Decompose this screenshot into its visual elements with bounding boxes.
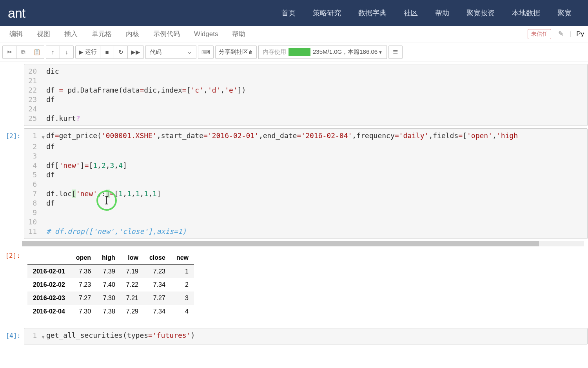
code-line[interactable]: df — [46, 170, 587, 180]
code-line[interactable]: dic — [46, 67, 587, 76]
code-cell[interactable]: [2]: 1▼df=get_price('000001.XSHE',start_… — [0, 128, 588, 239]
menu-cell[interactable]: 单元格 — [85, 27, 119, 41]
menu-example[interactable]: 示例代码 — [146, 27, 187, 41]
code-line[interactable]: df = pd.DataFrame(data=dic,index=['c','d… — [46, 86, 587, 95]
text-cursor-icon — [106, 196, 107, 204]
line-number: 2 — [24, 142, 40, 151]
fold-gutter[interactable] — [40, 208, 46, 217]
line-number: 7 — [24, 189, 40, 199]
list-button[interactable]: ☰ — [388, 46, 403, 59]
arrow-up-icon: ↑ — [51, 49, 54, 55]
table-cell: 7.27 — [71, 291, 96, 305]
code-line[interactable]: df.loc['new',:]=[1,1,1,1,1] — [46, 189, 587, 199]
run-all-button[interactable]: ▶▶ — [127, 46, 144, 59]
line-number: 3 — [24, 151, 40, 161]
table-header: open — [71, 251, 96, 265]
fold-gutter[interactable] — [40, 67, 46, 76]
table-header: close — [144, 251, 171, 265]
memory-bar — [289, 48, 310, 56]
nav-community[interactable]: 社区 — [395, 8, 426, 18]
table-header: high — [96, 251, 121, 265]
scrollbar-thumb[interactable] — [22, 241, 539, 246]
fold-gutter[interactable]: ▼ — [40, 131, 46, 142]
fold-gutter[interactable] — [40, 151, 46, 161]
cell-type-select[interactable]: 代码 — [145, 46, 196, 59]
trust-badge[interactable]: 未信任 — [528, 29, 551, 39]
fold-gutter[interactable] — [40, 199, 46, 208]
fold-gutter[interactable] — [40, 180, 46, 189]
menu-insert[interactable]: 插入 — [57, 27, 85, 41]
code-line[interactable] — [46, 208, 587, 217]
code-line[interactable]: df — [46, 95, 587, 104]
menu-edit[interactable]: 编辑 — [2, 27, 30, 41]
table-cell: 2016-02-02 — [27, 278, 71, 291]
code-line[interactable]: df.kurt? — [46, 114, 587, 123]
fold-gutter[interactable] — [40, 170, 46, 180]
code-line[interactable] — [46, 180, 587, 189]
cell-prompt: [4]: — [0, 328, 24, 344]
fold-gutter[interactable] — [40, 114, 46, 123]
cell-prompt: [2]: — [0, 128, 24, 239]
nav-localdata[interactable]: 本地数据 — [503, 8, 549, 18]
fold-gutter[interactable] — [40, 217, 46, 227]
table-cell: 7.29 — [121, 305, 144, 318]
fold-gutter[interactable] — [40, 76, 46, 86]
code-line[interactable] — [46, 217, 587, 227]
table-header — [27, 251, 71, 265]
menu-view[interactable]: 视图 — [30, 27, 57, 41]
nav-home[interactable]: 首页 — [273, 8, 304, 18]
fold-gutter[interactable]: ▼ — [40, 331, 46, 342]
code-input[interactable]: 1▼get_all_securities(types='futures') — [24, 328, 588, 344]
paste-button[interactable]: 📋 — [30, 46, 44, 59]
code-line[interactable]: # df.drop(['new','close'],axis=1) — [46, 227, 587, 236]
nav-invest[interactable]: 聚宽投资 — [458, 8, 503, 18]
kernel-name[interactable]: Py — [575, 30, 586, 38]
code-cell[interactable]: 20dic2122df = pd.DataFrame(data=dic,inde… — [0, 64, 588, 126]
nav-help[interactable]: 帮助 — [426, 8, 458, 18]
fold-gutter[interactable] — [40, 104, 46, 114]
move-up-button[interactable]: ↑ — [46, 46, 60, 59]
stop-button[interactable]: ■ — [100, 46, 114, 59]
menu-kernel[interactable]: 内核 — [119, 27, 146, 41]
move-down-button[interactable]: ↓ — [60, 46, 74, 59]
line-number: 24 — [24, 104, 40, 114]
code-line[interactable]: df — [46, 142, 587, 151]
code-line[interactable] — [46, 151, 587, 161]
fold-gutter[interactable] — [40, 142, 46, 151]
cut-button[interactable]: ✂ — [2, 46, 16, 59]
code-cell[interactable]: [4]: 1▼get_all_securities(types='futures… — [0, 328, 588, 345]
keyboard-button[interactable]: ⌨ — [198, 46, 214, 59]
pencil-icon[interactable]: ✎ — [555, 28, 567, 40]
nav-strategy[interactable]: 策略研究 — [304, 8, 350, 18]
table-row: 2016-02-047.307.387.297.344 — [27, 305, 194, 318]
copy-button[interactable]: ⧉ — [16, 46, 30, 59]
share-icon: ⋔ — [248, 49, 253, 56]
nav-jk[interactable]: 聚宽 — [549, 8, 580, 18]
nav-dictionary[interactable]: 数据字典 — [350, 8, 395, 18]
fold-gutter[interactable] — [40, 227, 46, 236]
code-input[interactable]: 20dic2122df = pd.DataFrame(data=dic,inde… — [24, 64, 588, 126]
cell-prompt — [0, 64, 24, 126]
restart-button[interactable]: ↻ — [114, 46, 128, 59]
code-input[interactable]: 1▼df=get_price('000001.XSHE',start_date=… — [24, 128, 588, 239]
menu-help[interactable]: 帮助 — [225, 27, 252, 41]
code-line[interactable] — [46, 76, 587, 86]
code-line[interactable]: df — [46, 199, 587, 208]
share-button[interactable]: 分享到社区 ⋔ — [215, 46, 257, 59]
code-line[interactable]: df['new']=[1,2,3,4] — [46, 161, 587, 170]
menu-widgets[interactable]: Widgets — [187, 28, 225, 40]
fold-gutter[interactable] — [40, 161, 46, 170]
table-cell: 7.36 — [71, 265, 96, 279]
line-number: 8 — [24, 199, 40, 208]
brand-logo: ant — [8, 5, 25, 21]
fold-gutter[interactable] — [40, 86, 46, 95]
run-button[interactable]: ▶运行 — [75, 46, 100, 59]
horizontal-scrollbar[interactable] — [22, 241, 584, 246]
stop-icon: ■ — [105, 49, 109, 55]
fold-gutter[interactable] — [40, 95, 46, 104]
table-row: 2016-02-027.237.407.227.342 — [27, 278, 194, 291]
code-line[interactable]: df=get_price('000001.XSHE',start_date='2… — [46, 131, 587, 142]
code-line[interactable]: get_all_securities(types='futures') — [46, 331, 587, 342]
fold-gutter[interactable] — [40, 189, 46, 199]
code-line[interactable] — [46, 104, 587, 114]
